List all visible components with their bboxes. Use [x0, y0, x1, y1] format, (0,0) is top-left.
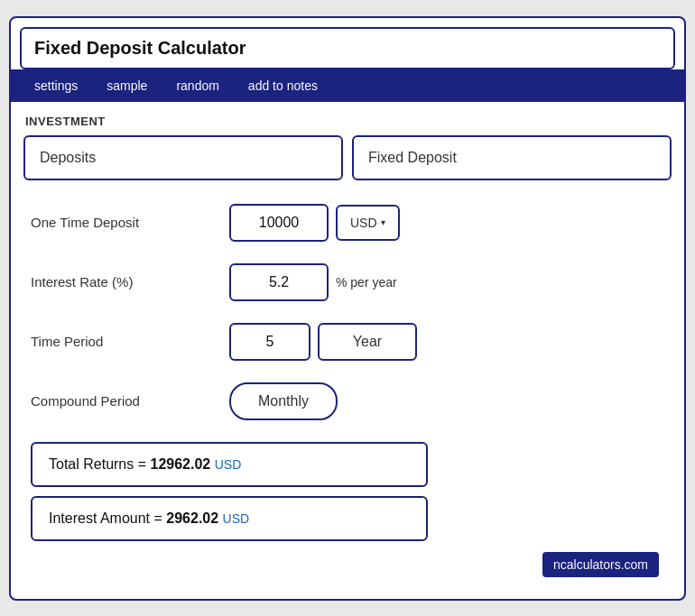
- one-time-deposit-controls: USD ▾: [229, 204, 400, 242]
- brand-label: ncalculators.com: [542, 552, 659, 577]
- tab-sample[interactable]: sample: [92, 69, 162, 102]
- interest-rate-row: Interest Rate (%) % per year: [31, 254, 664, 310]
- interest-amount-box: Interest Amount = 2962.02 USD: [31, 496, 428, 541]
- title-bar: Fixed Deposit Calculator: [20, 27, 675, 69]
- time-period-label: Time Period: [31, 334, 229, 349]
- time-period-row: Time Period Year: [31, 314, 664, 370]
- interest-rate-input[interactable]: [229, 263, 329, 301]
- time-period-controls: Year: [229, 323, 417, 361]
- tab-add-to-notes[interactable]: add to notes: [234, 69, 332, 102]
- time-period-input[interactable]: [229, 323, 310, 361]
- interest-amount-label: Interest Amount =: [49, 510, 162, 526]
- fixed-deposit-button[interactable]: Fixed Deposit: [352, 135, 672, 180]
- total-returns-value: 12962.02: [151, 456, 211, 472]
- one-time-deposit-label: One Time Deposit: [31, 215, 229, 230]
- compound-period-label: Compound Period: [31, 393, 229, 409]
- total-returns-label: Total Returns =: [49, 456, 146, 472]
- compound-period-row: Compound Period Monthly: [31, 373, 664, 429]
- page-title: Fixed Deposit Calculator: [34, 38, 246, 58]
- currency-label: USD: [350, 216, 377, 230]
- interest-rate-controls: % per year: [229, 263, 397, 301]
- total-returns-currency: USD: [215, 457, 242, 472]
- form-rows: One Time Deposit USD ▾ Interest Rate (%)…: [23, 195, 672, 429]
- section-investment-label: INVESTMENT: [11, 102, 684, 135]
- tab-bar: settings sample random add to notes: [11, 69, 684, 102]
- result-boxes: Total Returns = 12962.02 USD Interest Am…: [31, 442, 664, 541]
- one-time-deposit-row: One Time Deposit USD ▾: [31, 195, 664, 251]
- tab-settings[interactable]: settings: [20, 69, 92, 102]
- tab-random[interactable]: random: [162, 69, 233, 102]
- one-time-deposit-input[interactable]: [229, 204, 329, 242]
- currency-selector[interactable]: USD ▾: [336, 205, 400, 241]
- content-area: Deposits Fixed Deposit One Time Deposit …: [11, 135, 684, 599]
- compound-period-button[interactable]: Monthly: [229, 382, 338, 420]
- deposits-button[interactable]: Deposits: [23, 135, 343, 180]
- compound-period-controls: Monthly: [229, 382, 338, 420]
- total-returns-box: Total Returns = 12962.02 USD: [31, 442, 428, 487]
- deposit-type-row: Deposits Fixed Deposit: [23, 135, 672, 180]
- chevron-down-icon: ▾: [381, 217, 385, 227]
- calculator-container: Fixed Deposit Calculator settings sample…: [9, 16, 686, 601]
- interest-amount-value: 2962.02: [166, 510, 218, 526]
- time-unit-button[interactable]: Year: [318, 323, 417, 361]
- interest-rate-unit: % per year: [336, 275, 397, 290]
- footer-bar: ncalculators.com: [23, 545, 672, 586]
- interest-rate-label: Interest Rate (%): [31, 274, 229, 290]
- interest-amount-currency: USD: [223, 511, 250, 526]
